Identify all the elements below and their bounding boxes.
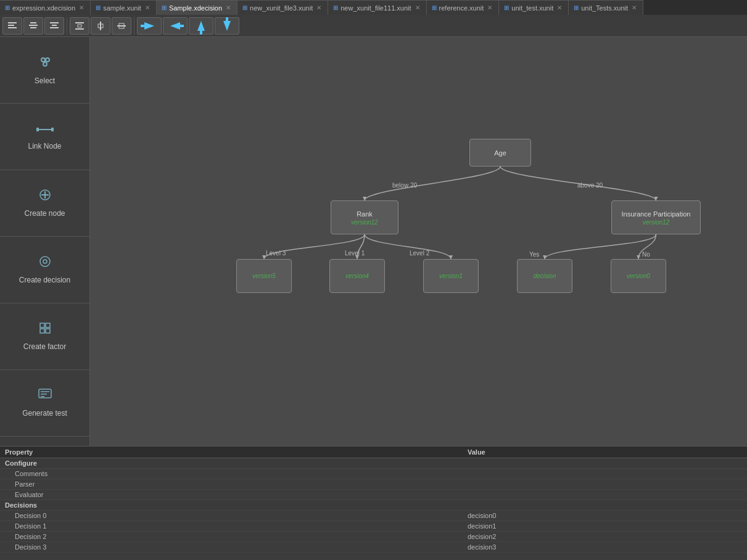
tab-close-btn[interactable]: ✕ — [486, 4, 493, 11]
tab-tab1[interactable]: ⊞expression.xdecision✕ — [0, 0, 91, 15]
property-value-5: decision0 — [463, 511, 747, 521]
edge-label-rank-node3: Level 2 — [410, 250, 429, 257]
link-node-icon — [36, 123, 54, 137]
sidebar-item-create-decision[interactable]: Create decision — [0, 237, 89, 303]
toolbar-arrow-down-btn[interactable] — [215, 17, 239, 35]
edge-label-insurance-node5: No — [642, 251, 650, 258]
property-row-2[interactable]: Parser — [0, 479, 747, 490]
node-node1[interactable]: version5 — [236, 259, 292, 293]
toolbar-btn-align2[interactable] — [23, 17, 43, 35]
toolbar-group-2 — [70, 17, 134, 35]
svg-rect-19 — [179, 25, 184, 27]
svg-rect-3 — [30, 22, 36, 23]
create-factor-label: Create factor — [23, 342, 66, 351]
sidebar-item-link-node[interactable]: Link Node — [0, 104, 89, 170]
property-row-0[interactable]: Configure — [0, 458, 747, 469]
svg-rect-23 — [226, 17, 228, 22]
col-value-header: Value — [463, 447, 747, 458]
tab-label: expression.xdecision — [12, 4, 75, 12]
tab-tab2[interactable]: ⊞sample.xunit✕ — [91, 0, 157, 15]
tab-tab7[interactable]: ⊞unit_test.xunit✕ — [499, 0, 569, 15]
tab-close-btn[interactable]: ✕ — [556, 4, 563, 11]
toolbar-btn-dist1[interactable] — [70, 17, 89, 35]
toolbar-arrow-up-btn[interactable] — [189, 17, 213, 35]
svg-rect-8 — [50, 27, 59, 28]
sidebar-item-generate-test[interactable]: Generate test — [0, 370, 89, 437]
node-value-node3: version1 — [439, 273, 463, 279]
svg-rect-1 — [8, 25, 14, 26]
property-name-4: Decisions — [0, 500, 463, 511]
toolbar-arrow-left-btn[interactable] — [163, 17, 188, 35]
sidebar-item-select[interactable]: Select — [0, 37, 89, 104]
tab-close-btn[interactable]: ✕ — [630, 4, 638, 11]
canvas-svg — [90, 37, 747, 446]
svg-point-25 — [46, 58, 49, 62]
main-area: Select Link Node Create node — [0, 37, 747, 446]
tab-close-btn[interactable]: ✕ — [144, 4, 151, 11]
select-label: Select — [35, 76, 55, 85]
node-node4[interactable]: decision — [517, 259, 572, 293]
tab-tab5[interactable]: ⊞new_xunit_file111.xunit✕ — [328, 0, 426, 15]
tab-tab8[interactable]: ⊞unit_Tests.xunit✕ — [569, 0, 643, 15]
tab-tab4[interactable]: ⊞new_xunit_file3.xunit✕ — [237, 0, 328, 15]
link-node-label: Link Node — [28, 142, 61, 150]
tab-label: reference.xunit — [439, 4, 484, 12]
toolbar-btn-align1[interactable] — [2, 17, 22, 35]
create-decision-icon — [39, 255, 51, 271]
property-row-7[interactable]: Decision 2decision2 — [0, 532, 747, 542]
edge-rank-node2 — [357, 234, 365, 259]
toolbar-btn-dist3[interactable] — [112, 17, 131, 35]
sidebar-item-create-node[interactable]: Create node — [0, 170, 89, 237]
property-name-0: Configure — [0, 458, 463, 469]
node-node3[interactable]: version1 — [423, 259, 479, 293]
node-node2[interactable]: version4 — [329, 259, 385, 293]
svg-marker-20 — [197, 21, 205, 31]
toolbar-btn-align3[interactable] — [44, 17, 64, 35]
node-node5[interactable]: version0 — [611, 259, 666, 293]
tab-bar: ⊞expression.xdecision✕⊞sample.xunit✕⊞Sam… — [0, 0, 747, 15]
svg-rect-29 — [36, 128, 39, 131]
property-value-6: decision1 — [463, 521, 747, 532]
property-row-5[interactable]: Decision 0decision0 — [0, 511, 747, 521]
node-rank[interactable]: Rankversion12 — [331, 200, 398, 234]
property-row-6[interactable]: Decision 1decision1 — [0, 521, 747, 532]
tab-icon: ⊞ — [96, 4, 101, 11]
node-value-rank: version12 — [351, 219, 378, 226]
tab-icon: ⊞ — [432, 4, 437, 11]
canvas[interactable]: AgeRankversion12Insurance Participationv… — [90, 37, 747, 446]
edge-label-age-insurance: above 20 — [577, 182, 603, 189]
edge-insurance-node5 — [638, 234, 656, 259]
toolbar-btn-dist2[interactable] — [91, 17, 110, 35]
svg-rect-11 — [78, 25, 81, 27]
node-insurance[interactable]: Insurance Participationversion12 — [611, 200, 701, 234]
tab-close-btn[interactable]: ✕ — [78, 4, 85, 11]
property-row-1[interactable]: Comments — [0, 469, 747, 479]
property-name-7: Decision 2 — [0, 532, 463, 542]
property-row-8[interactable]: Decision 3decision3 — [0, 542, 747, 553]
svg-rect-17 — [141, 25, 146, 27]
node-age[interactable]: Age — [469, 139, 531, 167]
svg-rect-4 — [29, 25, 38, 26]
property-row-3[interactable]: Evaluator — [0, 490, 747, 500]
tab-tab6[interactable]: ⊞reference.xunit✕ — [427, 0, 500, 15]
tab-close-btn[interactable]: ✕ — [225, 4, 232, 11]
toolbar-arrow-right-btn[interactable] — [137, 17, 162, 35]
property-name-2: Parser — [0, 479, 463, 490]
tab-icon: ⊞ — [242, 4, 247, 11]
property-value-4 — [463, 500, 747, 511]
property-name-1: Comments — [0, 469, 463, 479]
tab-label: sample.xunit — [103, 4, 141, 12]
property-row-4[interactable]: Decisions — [0, 500, 747, 511]
tab-close-btn[interactable]: ✕ — [315, 4, 323, 11]
tab-tab3[interactable]: ⊞Sample.xdecision✕ — [157, 0, 237, 15]
node-value-node5: version0 — [627, 273, 650, 279]
svg-point-24 — [41, 58, 45, 62]
tab-label: unit_test.xunit — [511, 4, 553, 12]
generate-test-label: Generate test — [22, 409, 67, 418]
property-value-7: decision2 — [463, 532, 747, 542]
sidebar-item-create-factor[interactable]: Create factor — [0, 303, 89, 370]
select-icon — [38, 55, 52, 72]
tab-label: new_xunit_file3.xunit — [250, 4, 313, 12]
toolbar-group-arrows — [137, 17, 242, 35]
tab-close-btn[interactable]: ✕ — [414, 4, 421, 11]
